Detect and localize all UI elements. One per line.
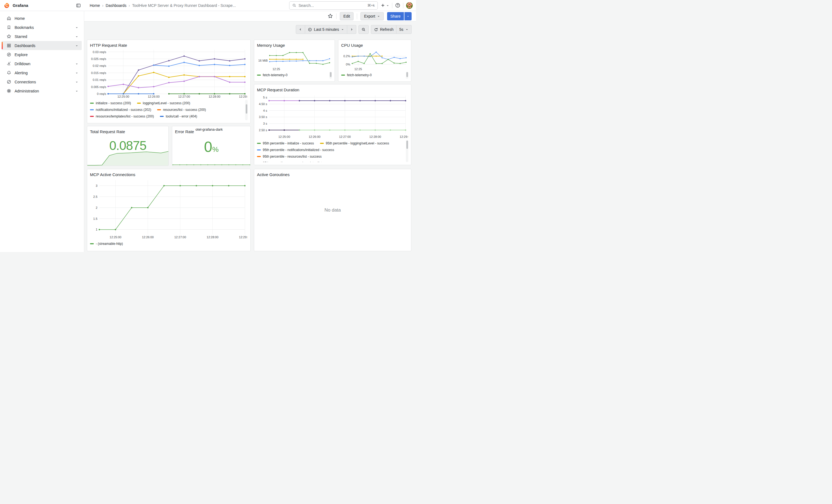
legend-chip-icon: [90, 109, 94, 110]
panel-title[interactable]: CPU Usage: [341, 43, 408, 48]
time-range-picker[interactable]: Last 5 minutes: [305, 25, 347, 34]
breadcrumb-separator: ›: [129, 3, 130, 8]
refresh-group: Refresh 5s: [371, 25, 412, 34]
svg-text:12:26:00: 12:26:00: [148, 95, 160, 98]
sidebar-item-label: Dashboards: [15, 44, 35, 48]
legend-item[interactable]: fetch-telemetry-0: [341, 73, 372, 77]
share-button[interactable]: Share: [387, 12, 404, 20]
refresh-button[interactable]: Refresh: [371, 25, 396, 34]
chevron-down-icon[interactable]: [75, 44, 78, 47]
panel-title[interactable]: MCP Request Duration: [257, 87, 408, 93]
search-text-field[interactable]: [298, 3, 365, 8]
topbar-divider: [392, 3, 392, 8]
panel-title[interactable]: Memory Usage: [257, 43, 332, 48]
sidebar-item-starred[interactable]: Starred: [2, 32, 82, 41]
search-input[interactable]: ⌘+k: [289, 1, 378, 10]
time-shift-back-button[interactable]: [296, 25, 305, 34]
legend-scrollbar-thumb[interactable]: [406, 72, 408, 77]
legend-label: 95th percentile - resources/list - succe…: [263, 155, 322, 158]
time-shift-forward-button[interactable]: [347, 25, 356, 34]
legend-label: 95th percentile - initialize - success: [263, 141, 314, 145]
legend-scrollbar-thumb[interactable]: [330, 72, 332, 77]
sidebar-item-home[interactable]: Home: [2, 14, 82, 23]
chevron-down-icon[interactable]: [75, 26, 78, 29]
chevron-down-icon[interactable]: [75, 71, 78, 75]
mcp-active-connections-chart[interactable]: 11.522.5312:25:0012:26:0012:27:0012:28:0…: [90, 178, 248, 240]
share-options-button[interactable]: [405, 12, 412, 20]
dock-sidebar-icon[interactable]: [76, 3, 81, 8]
legend-row: 95th percentile - initialize - success95…: [257, 140, 408, 147]
svg-text:12:25: 12:25: [354, 68, 362, 71]
legend-scrollbar-thumb[interactable]: [246, 104, 248, 114]
legend-item[interactable]: 95th percentile - logging/setLevel - suc…: [320, 141, 389, 145]
sidebar-item-connections[interactable]: Connections: [2, 77, 82, 86]
legend-item[interactable]: initialize - success (200): [90, 101, 131, 105]
sidebar-item-dashboards[interactable]: Dashboards: [2, 41, 82, 50]
plus-icon: [381, 3, 385, 8]
bell-icon: [7, 71, 11, 75]
memory-usage-chart[interactable]: 16 MiB12:25: [257, 48, 332, 71]
legend-label: 95th percentile - resources/templates/li…: [263, 161, 337, 162]
cpu-usage-chart[interactable]: 0.2%0%12:25: [341, 48, 408, 71]
sidebar-item-drilldown[interactable]: Drilldown: [2, 59, 82, 68]
svg-text:4 s: 4 s: [263, 109, 267, 112]
zoom-out-time-button[interactable]: [359, 25, 369, 34]
breadcrumb-home[interactable]: Home: [90, 3, 100, 8]
total-request-rate-value: 0.0875: [87, 138, 168, 153]
sidebar-item-explore[interactable]: Explore: [2, 50, 82, 59]
legend-row: tools/call - success (200)tools/list - s…: [90, 120, 248, 120]
legend-item[interactable]: notifications/initialized - success (202…: [90, 108, 151, 112]
mcp-request-duration-chart[interactable]: 5 s4.50 s4 s3.50 s3 s2.50 s12:25:0012:26…: [257, 93, 408, 139]
legend-chip-icon: [157, 109, 161, 110]
help-button[interactable]: [395, 3, 400, 8]
legend-item[interactable]: logging/setLevel - success (200): [137, 101, 190, 105]
chevron-down-icon[interactable]: [75, 62, 78, 65]
panel-title[interactable]: HTTP Request Rate: [90, 43, 248, 48]
http-request-rate-chart[interactable]: 0 req/s0.005 req/s0.01 req/s0.015 req/s0…: [90, 48, 248, 99]
svg-text:12:25: 12:25: [272, 68, 280, 71]
panel-title[interactable]: Total Request Rate: [90, 129, 166, 135]
svg-text:4.50 s: 4.50 s: [259, 102, 267, 106]
refresh-interval-picker[interactable]: 5s: [396, 25, 412, 34]
plug-connections-icon: [7, 80, 11, 84]
legend-item[interactable]: 95th percentile - resources/templates/li…: [257, 161, 337, 162]
refresh-icon: [374, 27, 378, 32]
brand-name: Grafana: [12, 3, 28, 8]
chevron-down-icon: [341, 28, 344, 31]
legend-chip-icon: [320, 143, 324, 144]
chevron-down-icon[interactable]: [75, 35, 78, 38]
legend-row: fetch-telemetry-0: [341, 72, 408, 78]
star-icon: [7, 34, 11, 39]
panel-error-rate: Error Rate otel-grafana-dark 0%: [172, 126, 251, 166]
legend-label: resources/templates/list - success (200): [96, 114, 154, 118]
edit-button[interactable]: Edit: [340, 12, 354, 20]
panel-title[interactable]: MCP Active Connections: [90, 172, 248, 178]
chevron-down-icon[interactable]: [75, 80, 78, 84]
star-dashboard-button[interactable]: [328, 14, 333, 19]
legend-scrollbar-thumb[interactable]: [406, 140, 408, 149]
legend-item[interactable]: 95th percentile - resources/list - succe…: [257, 155, 322, 158]
compass-icon: [7, 52, 11, 57]
export-button[interactable]: Export: [360, 12, 384, 20]
user-avatar[interactable]: [406, 2, 413, 9]
new-button[interactable]: [381, 3, 389, 8]
svg-text:12:27:00: 12:27:00: [178, 95, 190, 98]
legend-item[interactable]: - (streamable-http): [90, 242, 123, 246]
legend-label: 95th percentile - notifications/initiali…: [263, 148, 334, 152]
legend-chip-icon: [90, 116, 94, 117]
svg-text:12:29:00: 12:29:00: [239, 236, 248, 239]
breadcrumb-dashboards[interactable]: Dashboards: [106, 3, 127, 8]
legend-item[interactable]: fetch-telemetry-0: [257, 73, 287, 77]
breadcrumb-separator: ›: [102, 3, 103, 8]
legend-item[interactable]: 95th percentile - initialize - success: [257, 141, 314, 145]
legend-item[interactable]: resources/list - success (200): [157, 108, 206, 112]
legend-item[interactable]: 95th percentile - notifications/initiali…: [257, 148, 334, 152]
sidebar-item-bookmarks[interactable]: Bookmarks: [2, 23, 82, 32]
legend-label: logging/setLevel - success (200): [143, 101, 190, 105]
chevron-down-icon[interactable]: [75, 89, 78, 93]
legend-item[interactable]: tools/call - error (404): [160, 114, 197, 118]
svg-text:5 s: 5 s: [263, 96, 267, 99]
sidebar-item-administration[interactable]: Administration: [2, 86, 82, 96]
legend-item[interactable]: resources/templates/list - success (200): [90, 114, 154, 118]
sidebar-item-alerting[interactable]: Alerting: [2, 68, 82, 77]
